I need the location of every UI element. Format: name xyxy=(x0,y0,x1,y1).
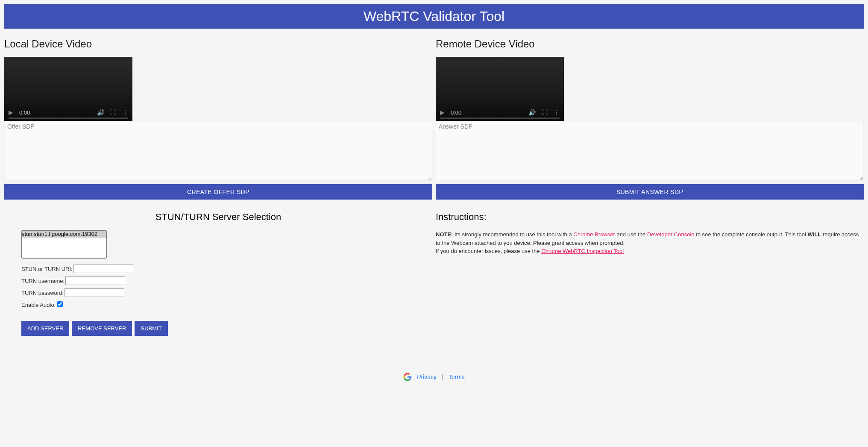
stun-turn-uri-input[interactable] xyxy=(73,265,133,273)
server-option-0[interactable]: stun:stun1.l.google.com:19302 xyxy=(22,231,106,238)
more-icon[interactable]: ⋮ xyxy=(554,109,560,116)
more-icon[interactable]: ⋮ xyxy=(122,109,128,116)
remote-video-time: 0:00 xyxy=(451,109,461,116)
submit-answer-sdp-button[interactable]: SUBMIT ANSWER SDP xyxy=(436,184,864,200)
uri-label: STUN or TURN URI: xyxy=(21,266,73,272)
note-label: NOTE: xyxy=(436,231,453,238)
local-video-title: Local Device Video xyxy=(4,38,432,50)
page-footer: Privacy | Terms xyxy=(4,366,864,388)
enable-audio-label: Enable Audio: xyxy=(21,302,56,308)
answer-sdp-textarea[interactable] xyxy=(436,121,864,181)
enable-audio-row: Enable Audio: xyxy=(21,301,415,308)
instr-text-1b: and use the xyxy=(615,231,647,238)
instr-text-2a: If you do encounter issues, please use t… xyxy=(436,248,541,254)
instructions-text: NOTE: Its strongly recommended to use th… xyxy=(436,230,864,256)
google-logo-icon xyxy=(403,373,412,381)
local-video-player[interactable]: ▶ 0:00 🔊 ⛶ ⋮ xyxy=(4,57,132,121)
local-video-time: 0:00 xyxy=(19,109,30,116)
remote-video-title: Remote Device Video xyxy=(436,38,864,50)
volume-icon[interactable]: 🔊 xyxy=(528,109,536,116)
fullscreen-icon[interactable]: ⛶ xyxy=(110,109,116,116)
privacy-link[interactable]: Privacy xyxy=(417,373,437,380)
submit-server-button[interactable]: SUBMIT xyxy=(135,321,167,336)
remote-video-player[interactable]: ▶ 0:00 🔊 ⛶ ⋮ xyxy=(436,57,564,121)
remote-video-progress[interactable] xyxy=(440,118,560,119)
chrome-browser-link[interactable]: Chrome Browser xyxy=(573,231,615,238)
offer-sdp-textarea[interactable] xyxy=(4,121,432,181)
terms-link[interactable]: Terms xyxy=(449,373,465,380)
username-label: TURN username: xyxy=(21,278,65,284)
remote-column: Remote Device Video ▶ 0:00 🔊 ⛶ ⋮ SUBMIT … xyxy=(436,32,864,349)
instr-text-1c: to see the complete console output. This… xyxy=(695,231,808,238)
turn-password-input[interactable] xyxy=(65,288,124,297)
will-emphasis: WILL xyxy=(808,231,821,238)
main-container: Local Device Video ▶ 0:00 🔊 ⛶ ⋮ CREATE O… xyxy=(4,32,864,349)
instr-text-1a: Its strongly recommended to use this too… xyxy=(453,231,573,238)
enable-audio-checkbox[interactable] xyxy=(57,301,63,307)
developer-console-link[interactable]: Developer Console xyxy=(647,231,695,238)
webrtc-inspection-tool-link[interactable]: Chrome WebRTC Inspection Tool xyxy=(541,248,624,254)
remove-server-button[interactable]: REMOVE SERVER xyxy=(72,321,132,336)
local-column: Local Device Video ▶ 0:00 🔊 ⛶ ⋮ CREATE O… xyxy=(4,32,432,349)
turn-username-input[interactable] xyxy=(65,276,125,285)
fullscreen-icon[interactable]: ⛶ xyxy=(542,109,548,116)
server-list-select[interactable]: stun:stun1.l.google.com:19302 xyxy=(21,230,107,259)
volume-icon[interactable]: 🔊 xyxy=(97,109,104,116)
page-title: WebRTC Validator Tool xyxy=(364,9,504,24)
add-server-button[interactable]: ADD SERVER xyxy=(21,321,69,336)
play-icon[interactable]: ▶ xyxy=(9,109,13,116)
server-config-panel: stun:stun1.l.google.com:19302 STUN or TU… xyxy=(4,230,432,349)
play-icon[interactable]: ▶ xyxy=(440,109,445,116)
footer-divider: | xyxy=(442,373,443,380)
password-label: TURN password: xyxy=(21,290,64,296)
local-video-progress[interactable] xyxy=(9,118,128,119)
create-offer-sdp-button[interactable]: CREATE OFFER SDP xyxy=(4,184,432,200)
server-button-row: ADD SERVER REMOVE SERVER SUBMIT xyxy=(21,321,415,336)
server-selection-heading: STUN/TURN Server Selection xyxy=(4,212,432,223)
instructions-heading: Instructions: xyxy=(436,212,864,223)
page-header: WebRTC Validator Tool xyxy=(4,4,864,29)
